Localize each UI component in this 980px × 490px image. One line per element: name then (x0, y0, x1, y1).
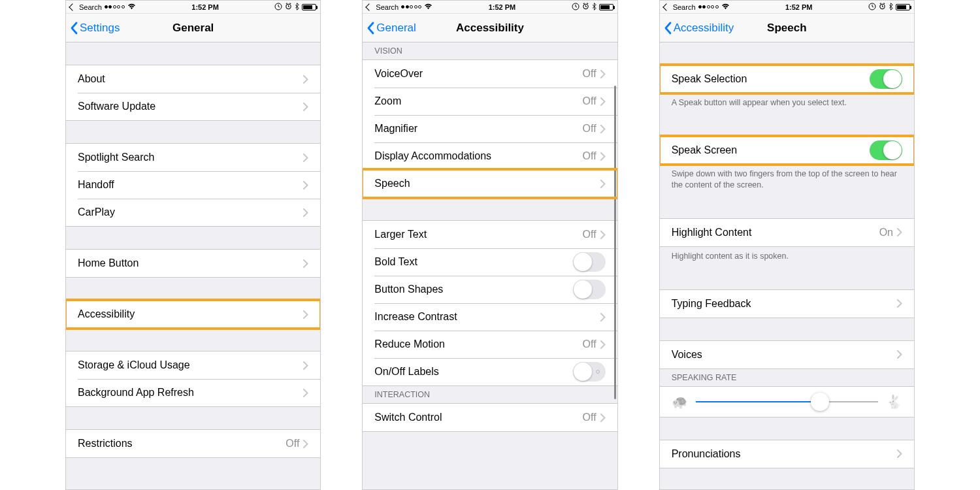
highlight-content-label: Highlight Content (672, 227, 879, 238)
row-highlight-content[interactable]: Highlight Content On (660, 219, 914, 246)
settings-group: Highlight Content On (660, 218, 914, 247)
wifi-icon (127, 3, 136, 11)
row-increase-contrast[interactable]: Increase Contrast (363, 303, 617, 331)
back-label: Settings (80, 22, 120, 35)
back-to-app-icon (366, 3, 373, 10)
settings-group: Typing Feedback (660, 289, 914, 318)
chevron-right-icon (600, 97, 606, 106)
settings-group: Larger Text Off Bold Text Button Shapes … (363, 220, 617, 386)
restrictions-label: Restrictions (78, 438, 286, 449)
row-pronunciations[interactable]: Pronunciations (660, 440, 914, 468)
bluetooth-icon (592, 3, 596, 12)
content-scroll[interactable]: About Software Update Spotlight Search H… (66, 42, 320, 489)
row-handoff[interactable]: Handoff (66, 171, 320, 199)
row-background-app-refresh[interactable]: Background App Refresh (66, 379, 320, 406)
spotlight-search-label: Spotlight Search (78, 152, 303, 163)
chevron-right-icon (897, 228, 902, 237)
row-magnifier[interactable]: Magnifier Off (363, 115, 617, 142)
scrollbar[interactable] (614, 86, 616, 399)
about-label: About (78, 73, 303, 85)
zoom-value: Off (583, 95, 596, 107)
chevron-right-icon (897, 449, 902, 458)
restrictions-value: Off (286, 438, 299, 449)
content-scroll[interactable]: Vision VoiceOver Off Zoom Off Magnifier … (363, 42, 617, 489)
settings-group: About Software Update (66, 65, 320, 121)
row-typing-feedback[interactable]: Typing Feedback (660, 290, 914, 318)
row-larger-text[interactable]: Larger Text Off (363, 221, 617, 248)
settings-group: Pronunciations (660, 440, 914, 468)
row-home-button[interactable]: Home Button (66, 250, 320, 277)
reduce-motion-label: Reduce Motion (374, 338, 582, 350)
settings-group: Storage & iCloud Usage Background App Re… (66, 351, 320, 407)
back-button[interactable]: General (367, 22, 416, 35)
chevron-right-icon (303, 154, 308, 162)
chevron-right-icon (303, 75, 308, 84)
bluetooth-icon (295, 3, 299, 12)
row-about[interactable]: About (66, 65, 320, 93)
row-accessibility[interactable]: Accessibility (66, 301, 320, 328)
signal-dots-icon (105, 5, 125, 8)
chevron-right-icon (897, 350, 902, 359)
back-label: General (376, 22, 416, 35)
status-bar: Search 1:52 PM (66, 1, 320, 14)
back-to-app-label[interactable]: Search (376, 3, 399, 11)
back-button[interactable]: Settings (70, 22, 120, 35)
row-voices[interactable]: Voices (660, 341, 914, 368)
back-button[interactable]: Accessibility (664, 22, 734, 35)
battery-icon (302, 4, 316, 10)
row-reduce-motion[interactable]: Reduce Motion Off (363, 331, 617, 358)
display-accommodations-value: Off (583, 150, 596, 162)
typing-feedback-label: Typing Feedback (672, 298, 897, 310)
back-label: Accessibility (674, 22, 734, 35)
row-switch-control[interactable]: Switch Control Off (363, 404, 617, 431)
speak-selection-label: Speak Selection (672, 73, 870, 85)
home-button-label: Home Button (78, 257, 303, 269)
row-speech[interactable]: Speech (363, 170, 617, 197)
rotation-lock-icon (572, 3, 580, 12)
chevron-right-icon (600, 125, 606, 133)
speaking-rate-slider[interactable] (696, 401, 878, 402)
content-scroll[interactable]: Speak Selection A Speak button will appe… (660, 42, 914, 489)
chevron-right-icon (600, 231, 606, 239)
settings-group: VoiceOver Off Zoom Off Magnifier Off Dis… (363, 59, 617, 198)
increase-contrast-label: Increase Contrast (374, 311, 600, 323)
row-voiceover[interactable]: VoiceOver Off (363, 60, 617, 88)
section-footer: Swipe down with two fingers from the top… (660, 165, 914, 196)
switch-control-label: Switch Control (374, 412, 582, 423)
chevron-right-icon (600, 313, 606, 321)
row-carplay[interactable]: CarPlay (66, 199, 320, 226)
signal-dots-icon (698, 5, 719, 8)
row-display-accommodations[interactable]: Display Accommodations Off (363, 142, 617, 170)
speaking-rate-slider-row: 🐢 🐇 (660, 386, 914, 417)
on-off-labels-switch[interactable] (573, 362, 606, 382)
row-spotlight-search[interactable]: Spotlight Search (66, 144, 320, 171)
row-on-off-labels: On/Off Labels (363, 358, 617, 385)
back-to-app-label[interactable]: Search (673, 3, 696, 11)
row-storage-icloud-usage[interactable]: Storage & iCloud Usage (66, 351, 320, 379)
voices-label: Voices (672, 349, 897, 361)
back-to-app-label[interactable]: Search (79, 3, 102, 11)
screen-general: Search 1:52 PM Settings General About So… (65, 0, 321, 490)
chevron-right-icon (303, 440, 308, 448)
nav-bar: General Accessibility (363, 14, 617, 42)
settings-group: Voices (660, 340, 914, 369)
alarm-icon (879, 3, 886, 11)
chevron-right-icon (303, 259, 308, 268)
chevron-right-icon (600, 414, 606, 422)
back-to-app-icon (69, 3, 76, 10)
alarm-icon (582, 3, 589, 11)
speak-screen-switch[interactable] (870, 140, 902, 160)
bold-text-switch[interactable] (573, 252, 606, 272)
magnifier-value: Off (583, 123, 596, 135)
settings-group: Restrictions Off (66, 429, 320, 458)
settings-group: Accessibility (66, 300, 320, 329)
settings-group: Spotlight Search Handoff CarPlay (66, 143, 320, 227)
speak-selection-switch[interactable] (870, 69, 902, 89)
back-to-app-icon (662, 3, 670, 10)
button-shapes-switch[interactable] (573, 280, 606, 299)
status-time: 1:52 PM (785, 3, 813, 11)
row-zoom[interactable]: Zoom Off (363, 88, 617, 115)
row-software-update[interactable]: Software Update (66, 93, 320, 120)
row-restrictions[interactable]: Restrictions Off (66, 430, 320, 457)
screen-accessibility: Search 1:52 PM General Accessibility Vis… (362, 0, 617, 490)
